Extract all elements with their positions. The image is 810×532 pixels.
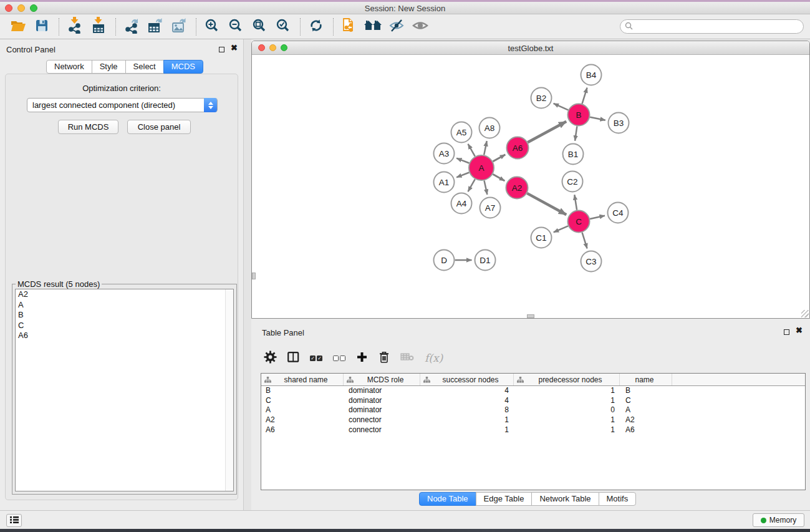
float-table-panel-icon[interactable]: [784, 329, 789, 335]
home-button[interactable]: [364, 17, 382, 37]
zoom-in-button[interactable]: [203, 17, 221, 37]
edge-A-A6[interactable]: [493, 155, 505, 162]
column-header-shared-name[interactable]: shared name: [261, 374, 344, 385]
edge-A-A7[interactable]: [484, 181, 487, 195]
column-header-successor-nodes[interactable]: successor nodes: [420, 374, 514, 385]
edge-A6-B[interactable]: [528, 122, 566, 142]
float-panel-icon[interactable]: [219, 47, 224, 52]
table-cell: 8: [420, 405, 514, 415]
search-input[interactable]: [636, 22, 803, 31]
zoom-out-button[interactable]: [226, 17, 245, 37]
open-file-icon: [11, 19, 26, 34]
memory-button[interactable]: Memory: [753, 513, 804, 527]
table-row[interactable]: A2connector11A2: [261, 415, 805, 425]
show-columns-button[interactable]: [287, 352, 299, 365]
tab-motifs[interactable]: Motifs: [599, 492, 637, 506]
tab-edge-table[interactable]: Edge Table: [476, 492, 533, 506]
status-bar: Memory: [0, 510, 810, 529]
control-panel: Control Panel ✖ NetworkStyleSelectMCDS O…: [0, 39, 243, 510]
mcds-result-list[interactable]: A2ABCA6: [15, 289, 234, 491]
graph-node-label-B1: B1: [568, 150, 579, 159]
application-window: Session: New Session Control Panel ✖: [0, 0, 810, 532]
search-icon: [625, 21, 633, 32]
delete-column-button[interactable]: [378, 351, 390, 366]
tab-select[interactable]: Select: [125, 60, 164, 74]
edge-A-A8[interactable]: [484, 141, 487, 155]
export-network-button[interactable]: [122, 17, 141, 37]
new-session-button[interactable]: [340, 17, 359, 37]
result-list-scrollbar[interactable]: [225, 289, 233, 491]
network-horizontal-scrollbar[interactable]: [527, 314, 534, 318]
function-builder-button[interactable]: f(x): [425, 352, 443, 364]
edge-C-C3[interactable]: [582, 233, 587, 249]
network-vertical-scrollbar[interactable]: [252, 273, 256, 279]
edge-A-A4[interactable]: [468, 179, 475, 191]
zoom-selected-button[interactable]: [274, 17, 292, 37]
export-image-button[interactable]: [170, 17, 188, 37]
table-cell: 1: [420, 415, 514, 425]
open-file-button[interactable]: [9, 17, 27, 37]
tab-style[interactable]: Style: [92, 60, 126, 74]
export-image-icon: [171, 17, 187, 36]
table-row[interactable]: Bdominator41B: [261, 386, 805, 396]
table-cell: B: [620, 386, 672, 396]
edge-B-B4[interactable]: [582, 88, 587, 104]
tab-network[interactable]: Network: [46, 60, 92, 74]
tab-network-table[interactable]: Network Table: [531, 492, 599, 506]
edge-A-A5[interactable]: [468, 144, 475, 157]
export-table-button[interactable]: [146, 17, 165, 37]
attribute-icon: [517, 377, 524, 383]
close-table-panel-icon[interactable]: ✖: [796, 326, 803, 335]
session-titlebar[interactable]: Session: New Session: [0, 2, 810, 14]
create-column-button[interactable]: [356, 351, 368, 365]
network-window-titlebar[interactable]: testGlobe.txt: [252, 41, 809, 55]
node-table[interactable]: shared nameMCDS rolesuccessor nodesprede…: [261, 373, 806, 490]
search-field[interactable]: [620, 19, 804, 34]
table-row[interactable]: A6connector11A6: [261, 425, 805, 435]
column-header-name[interactable]: name: [620, 374, 672, 385]
edge-A-A3[interactable]: [456, 158, 469, 163]
panel-divider[interactable]: [243, 39, 251, 510]
select-all-columns-button[interactable]: ✓✓: [310, 355, 322, 361]
tab-node-table[interactable]: Node Table: [419, 492, 476, 506]
table-cell: 1: [514, 386, 620, 396]
delete-table-button[interactable]: [400, 352, 414, 364]
zoom-fit-button[interactable]: [250, 17, 269, 37]
edge-C-C2[interactable]: [574, 195, 577, 210]
table-settings-button[interactable]: [264, 351, 277, 366]
table-row[interactable]: Adominator80A: [261, 405, 805, 415]
edge-A-A1[interactable]: [456, 173, 469, 178]
run-mcds-button[interactable]: Run MCDS: [58, 120, 118, 134]
edge-C-C1[interactable]: [554, 226, 568, 232]
network-canvas[interactable]: AA1A2A3A4A5A6A7A8BB1B2B3B4CC1C2C3C4DD1: [252, 55, 809, 318]
edge-A-A2[interactable]: [493, 174, 504, 181]
column-header-MCDS-role[interactable]: MCDS role: [344, 374, 420, 385]
close-panel-icon[interactable]: ✖: [231, 43, 238, 52]
graph-node-label-A5: A5: [456, 128, 467, 137]
checked-box-icon: ✓: [310, 355, 316, 361]
edge-A2-C[interactable]: [527, 193, 566, 215]
import-table-button[interactable]: [89, 17, 108, 37]
edge-C-C4[interactable]: [590, 216, 605, 219]
criterion-select[interactable]: largest connected component (directed): [27, 98, 218, 112]
graph-node-label-C: C: [576, 217, 582, 226]
task-history-button[interactable]: [6, 514, 22, 527]
result-item: B: [16, 310, 233, 321]
graph-node-label-B: B: [576, 110, 581, 120]
hide-graphics-details-button[interactable]: [387, 17, 406, 37]
edge-B-B3[interactable]: [590, 117, 605, 120]
table-row[interactable]: Cdominator41C: [261, 396, 805, 406]
edge-B-B1[interactable]: [575, 126, 577, 140]
column-header-label: MCDS role: [354, 375, 420, 384]
unselect-all-columns-button[interactable]: [333, 355, 345, 361]
table-cell: A: [620, 405, 672, 415]
close-panel-button[interactable]: Close panel: [127, 120, 191, 134]
edge-B-B2[interactable]: [554, 104, 569, 110]
save-session-button[interactable]: [32, 17, 51, 37]
column-header-predecessor-nodes[interactable]: predecessor nodes: [514, 374, 620, 385]
tab-mcds[interactable]: MCDS: [163, 60, 203, 74]
refresh-button[interactable]: [307, 17, 325, 37]
resize-grip-icon[interactable]: [801, 310, 809, 317]
show-graphics-details-button[interactable]: [411, 17, 430, 37]
import-network-button[interactable]: [65, 17, 84, 37]
